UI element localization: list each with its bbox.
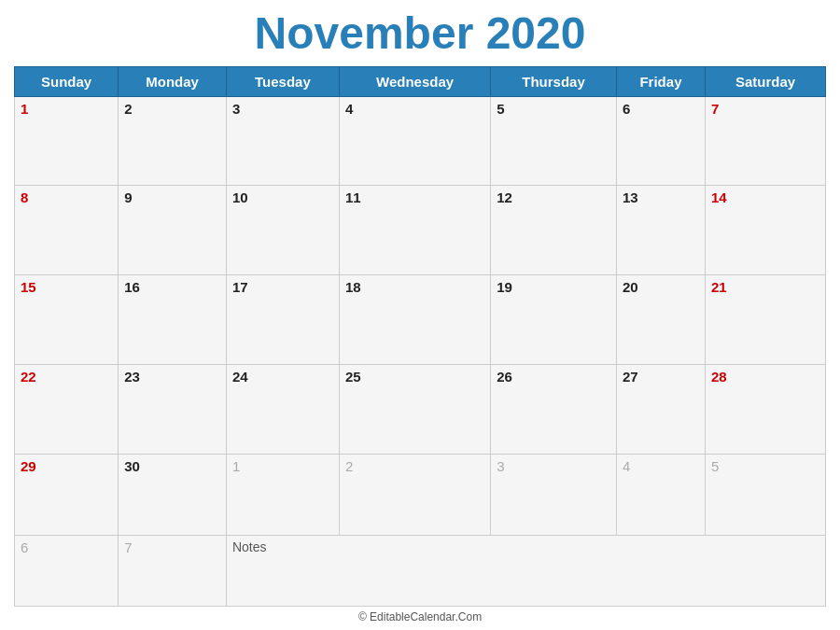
- day-number: 2: [124, 101, 220, 117]
- header-monday: Monday: [119, 66, 227, 96]
- day-number: 15: [21, 279, 112, 295]
- day-number: 13: [623, 189, 699, 205]
- calendar-cell: 20: [616, 275, 705, 365]
- day-number: 9: [124, 189, 220, 205]
- header-sunday: Sunday: [15, 66, 119, 96]
- calendar-row-1: 891011121314: [15, 186, 826, 275]
- calendar-cell: 8: [15, 186, 119, 275]
- day-number: 12: [497, 189, 610, 205]
- header-wednesday: Wednesday: [339, 66, 490, 96]
- day-number: 28: [711, 369, 819, 385]
- calendar-table: SundayMondayTuesdayWednesdayThursdayFrid…: [14, 66, 826, 607]
- day-number: 6: [623, 101, 699, 117]
- calendar-cell: 11: [339, 186, 490, 275]
- calendar-cell: 1: [15, 96, 119, 186]
- calendar-cell: 21: [706, 275, 826, 365]
- day-number: 3: [232, 101, 333, 117]
- day-number: 20: [623, 279, 699, 295]
- calendar-cell: 27: [616, 364, 705, 454]
- day-number: 18: [345, 279, 484, 295]
- calendar-cell: 1: [226, 454, 339, 536]
- calendar-cell: 7: [706, 96, 826, 186]
- calendar-cell: 6: [616, 96, 705, 186]
- day-number: 4: [623, 458, 699, 474]
- calendar-cell: 18: [339, 275, 490, 365]
- day-number: 14: [711, 189, 819, 205]
- calendar-body: 1234567891011121314151617181920212223242…: [15, 96, 826, 606]
- day-number: 7: [711, 101, 819, 117]
- header-saturday: Saturday: [706, 66, 826, 96]
- day-number: 21: [711, 279, 819, 295]
- calendar-cell: 28: [706, 364, 826, 454]
- day-number: 30: [124, 458, 220, 474]
- calendar-cell: 7: [119, 536, 227, 607]
- calendar-row-4: 293012345: [15, 454, 826, 536]
- calendar-cell: 13: [616, 186, 705, 275]
- day-number: 26: [497, 369, 610, 385]
- header-thursday: Thursday: [491, 66, 617, 96]
- header-tuesday: Tuesday: [226, 66, 339, 96]
- calendar-cell: 23: [119, 364, 227, 454]
- day-number: 19: [497, 279, 610, 295]
- calendar-cell: 3: [491, 454, 617, 536]
- day-number: 5: [497, 101, 610, 117]
- day-number: 23: [124, 369, 220, 385]
- calendar-cell: 3: [226, 96, 339, 186]
- calendar-cell: 2: [339, 454, 490, 536]
- calendar-cell: 30: [119, 454, 227, 536]
- calendar-cell: Notes: [226, 536, 825, 607]
- calendar-cell: 4: [339, 96, 490, 186]
- calendar-cell: 24: [226, 364, 339, 454]
- calendar-cell: 15: [15, 275, 119, 365]
- calendar-cell: 29: [15, 454, 119, 536]
- calendar-cell: 5: [491, 96, 617, 186]
- day-number: 4: [345, 101, 484, 117]
- calendar-app: November 2020 SundayMondayTuesdayWednesd…: [0, 0, 840, 630]
- day-number: 24: [232, 369, 333, 385]
- calendar-cell: 22: [15, 364, 119, 454]
- day-number: 16: [124, 279, 220, 295]
- calendar-cell: 26: [491, 364, 617, 454]
- calendar-cell: 4: [616, 454, 705, 536]
- day-number: 5: [711, 458, 819, 474]
- calendar-cell: 25: [339, 364, 490, 454]
- day-number: 1: [21, 101, 112, 117]
- calendar-cell: 10: [226, 186, 339, 275]
- day-number: 1: [232, 458, 333, 474]
- day-number: 8: [21, 189, 112, 205]
- day-number: 29: [21, 458, 112, 474]
- day-number: 27: [623, 369, 699, 385]
- header-row: SundayMondayTuesdayWednesdayThursdayFrid…: [15, 66, 826, 96]
- day-number: 7: [124, 539, 220, 555]
- day-number: 10: [232, 189, 333, 205]
- calendar-cell: 5: [706, 454, 826, 536]
- month-title: November 2020: [14, 9, 826, 59]
- day-number: 22: [21, 369, 112, 385]
- calendar-row-3: 22232425262728: [15, 364, 826, 454]
- day-number: 6: [21, 539, 112, 555]
- day-number: 3: [497, 458, 610, 474]
- calendar-cell: 2: [119, 96, 227, 186]
- calendar-row-5: 67Notes: [15, 536, 826, 607]
- calendar-cell: 9: [119, 186, 227, 275]
- calendar-row-2: 15161718192021: [15, 275, 826, 365]
- header-friday: Friday: [616, 66, 705, 96]
- calendar-cell: 14: [706, 186, 826, 275]
- calendar-cell: 12: [491, 186, 617, 275]
- calendar-cell: 19: [491, 275, 617, 365]
- calendar-cell: 16: [119, 275, 227, 365]
- calendar-cell: 6: [15, 536, 119, 607]
- day-number: 25: [345, 369, 484, 385]
- day-number: 2: [345, 458, 484, 474]
- day-number: 11: [345, 189, 484, 205]
- footer: © EditableCalendar.Com: [14, 607, 826, 625]
- calendar-cell: 17: [226, 275, 339, 365]
- day-number: 17: [232, 279, 333, 295]
- calendar-row-0: 1234567: [15, 96, 826, 186]
